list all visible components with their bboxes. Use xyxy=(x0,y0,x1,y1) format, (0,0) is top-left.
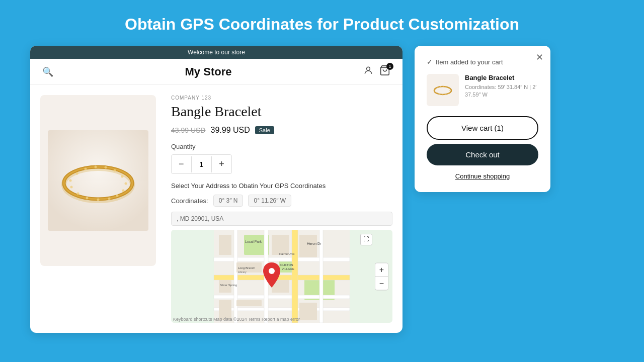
quantity-increase-button[interactable]: + xyxy=(212,155,231,173)
svg-rect-31 xyxy=(292,230,298,323)
address-section-label: Select Your Address to Obatin Your GPS C… xyxy=(171,182,392,190)
search-icon[interactable]: 🔍 xyxy=(42,66,53,77)
svg-point-6 xyxy=(69,179,72,182)
svg-point-20 xyxy=(70,186,73,189)
svg-point-0 xyxy=(367,67,370,70)
svg-text:Silver Spring: Silver Spring xyxy=(220,284,237,287)
svg-text:Heron Dr: Heron Dr xyxy=(307,242,321,245)
address-bar[interactable]: , MD 20901, USA xyxy=(171,212,392,226)
svg-text:Palmer Ave: Palmer Ave xyxy=(279,252,295,255)
svg-text:VILLAGE: VILLAGE xyxy=(282,267,294,270)
svg-point-56 xyxy=(437,87,438,88)
product-image xyxy=(40,95,156,266)
svg-point-16 xyxy=(108,198,111,200)
page-title: Obtain GPS Coordinates for Product Custo… xyxy=(125,15,519,34)
svg-point-60 xyxy=(448,88,449,89)
cart-item-coords: Coordinates: 59′ 31.84″ N | 2′ 37.59″ W xyxy=(465,83,538,99)
cart-close-button[interactable]: ✕ xyxy=(536,52,543,63)
map-zoom-out-button[interactable]: − xyxy=(375,277,388,290)
svg-point-12 xyxy=(121,175,124,178)
svg-point-65 xyxy=(439,94,440,95)
svg-rect-40 xyxy=(236,300,262,306)
coord-lng: 0° 11.26″ W xyxy=(248,195,291,207)
quantity-label: Quantity xyxy=(171,143,392,150)
svg-point-57 xyxy=(440,86,441,87)
svg-point-17 xyxy=(97,199,100,201)
store-name: My Store xyxy=(185,65,232,78)
cart-popup: ✕ ✓ Item added to your cart xyxy=(415,46,550,192)
svg-point-55 xyxy=(435,89,436,90)
cart-item-row: Bangle Bracelet Coordinates: 59′ 31.84″ … xyxy=(427,74,538,106)
svg-point-14 xyxy=(122,190,125,192)
cart-added-row: ✓ Item added to your cart xyxy=(427,58,538,66)
svg-point-61 xyxy=(449,90,450,92)
svg-point-11 xyxy=(114,169,116,172)
product-info: COMPANY 123 Bangle Bracelet 43.99 USD 39… xyxy=(166,85,403,333)
svg-point-58 xyxy=(443,86,444,87)
nav-icons: 1 xyxy=(363,65,390,78)
svg-point-13 xyxy=(125,183,127,185)
continue-shopping-button[interactable]: Continue shopping xyxy=(427,172,538,180)
product-title: Bangle Bracelet xyxy=(171,104,392,120)
svg-rect-41 xyxy=(299,303,317,320)
company-label: COMPANY 123 xyxy=(171,95,392,101)
sale-price: 39.99 USD xyxy=(210,126,250,135)
svg-point-43 xyxy=(269,268,275,274)
cart-item-details: Bangle Bracelet Coordinates: 59′ 31.84″ … xyxy=(465,74,538,99)
map-attribution: Keyboard shortcuts Map data ©2024 Terms … xyxy=(173,317,300,322)
store-topbar: Welcome to our store xyxy=(30,46,403,59)
svg-point-10 xyxy=(105,166,107,169)
view-cart-button[interactable]: View cart (1) xyxy=(427,116,538,140)
map-zoom-controls: + − xyxy=(375,262,388,290)
svg-point-59 xyxy=(446,86,447,87)
svg-text:Library: Library xyxy=(238,270,247,274)
svg-point-64 xyxy=(442,95,443,96)
svg-rect-29 xyxy=(234,230,237,323)
map-container[interactable]: Local Park Long Branch Library CLIFTON V… xyxy=(171,230,392,323)
store-navbar: 🔍 My Store 1 xyxy=(30,59,403,85)
checkmark-icon: ✓ xyxy=(427,58,433,66)
svg-point-62 xyxy=(448,93,449,94)
svg-text:Long Branch: Long Branch xyxy=(238,266,255,269)
coordinates-label: Coordinates: xyxy=(171,197,208,205)
svg-point-66 xyxy=(437,92,438,93)
original-price: 43.99 USD xyxy=(171,126,205,134)
checkout-button[interactable]: Check out xyxy=(427,144,538,165)
quantity-control: − 1 + xyxy=(171,154,232,174)
cart-added-message: Item added to your cart xyxy=(436,58,503,66)
cart-icon[interactable]: 1 xyxy=(379,65,390,78)
coord-lat: 0° 3″ N xyxy=(213,195,244,207)
quantity-decrease-button[interactable]: − xyxy=(172,155,191,173)
product-image-container xyxy=(30,85,166,333)
cart-badge: 1 xyxy=(386,63,393,70)
svg-point-18 xyxy=(86,197,89,200)
svg-text:CLIFTON: CLIFTON xyxy=(280,263,293,266)
svg-text:Local Park: Local Park xyxy=(245,240,262,243)
svg-point-15 xyxy=(116,195,119,197)
svg-rect-35 xyxy=(272,235,289,255)
cart-item-image xyxy=(427,74,459,106)
quantity-value: 1 xyxy=(191,156,212,172)
store-body: COMPANY 123 Bangle Bracelet 43.99 USD 39… xyxy=(30,85,403,333)
svg-point-8 xyxy=(85,168,87,170)
topbar-message: Welcome to our store xyxy=(188,49,245,56)
svg-point-7 xyxy=(76,172,78,175)
map-zoom-in-button[interactable]: + xyxy=(375,263,388,277)
coordinates-row: Coordinates: 0° 3″ N 0° 11.26″ W xyxy=(171,195,392,207)
svg-rect-37 xyxy=(299,235,317,257)
svg-point-19 xyxy=(77,193,79,195)
price-row: 43.99 USD 39.99 USD Sale xyxy=(171,126,392,135)
cart-item-name: Bangle Bracelet xyxy=(465,74,538,81)
store-window: Welcome to our store 🔍 My Store 1 xyxy=(30,46,403,333)
sale-badge: Sale xyxy=(255,126,274,134)
user-icon[interactable] xyxy=(363,65,373,78)
map-expand-button[interactable] xyxy=(360,234,372,245)
svg-rect-33 xyxy=(219,235,231,255)
svg-point-63 xyxy=(445,94,446,95)
svg-point-9 xyxy=(95,166,97,168)
